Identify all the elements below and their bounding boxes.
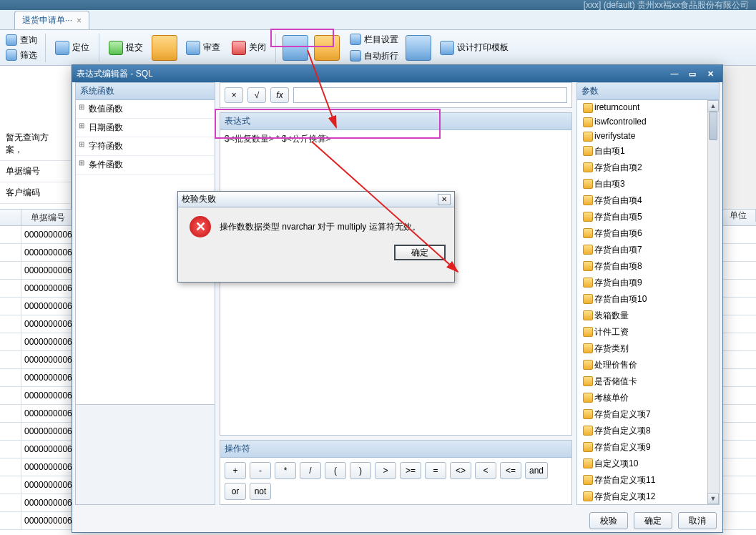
submit-button[interactable]: 提交: [104, 38, 147, 58]
auto-wrap-button[interactable]: 自动折行: [347, 49, 401, 64]
tab-return-request[interactable]: 退货申请单··· ×: [14, 11, 89, 29]
row-selector[interactable]: [0, 280, 21, 297]
param-item[interactable]: 处理价售价: [577, 357, 719, 373]
filter-button[interactable]: 筛选: [3, 48, 40, 63]
cell-billno[interactable]: 0000000006: [21, 226, 75, 243]
param-item[interactable]: 装箱数量: [577, 308, 719, 324]
param-item[interactable]: 存货自定义项9: [577, 439, 719, 456]
cell-billno[interactable]: 0000000006: [21, 405, 75, 422]
cell-billno[interactable]: 0000000006: [21, 512, 75, 529]
operator-button[interactable]: =: [425, 462, 446, 479]
cell-billno[interactable]: 0000000006: [21, 369, 75, 386]
cell-billno[interactable]: 0000000006: [21, 476, 75, 494]
param-item[interactable]: 自由项3: [577, 176, 719, 192]
param-item[interactable]: 自由项1: [577, 143, 719, 159]
grid-header-seq[interactable]: [0, 210, 21, 225]
close-icon[interactable]: ✕: [438, 194, 451, 205]
grid-header-billno[interactable]: 单据编号: [21, 210, 75, 225]
tree-item[interactable]: 数值函数: [76, 100, 215, 119]
error-titlebar[interactable]: 校验失败 ✕: [178, 192, 454, 207]
param-item[interactable]: iverifystate: [577, 129, 719, 143]
operator-button[interactable]: *: [275, 462, 296, 479]
param-item[interactable]: iswfcontrolled: [577, 114, 719, 129]
row-selector[interactable]: [0, 441, 21, 458]
operator-button[interactable]: <>: [450, 462, 471, 479]
params-list[interactable]: ▲ ▼ ireturncountiswfcontrollediverifysta…: [577, 100, 719, 504]
cell-billno[interactable]: 0000000006: [21, 423, 75, 440]
fx-cancel-button[interactable]: ×: [225, 87, 243, 103]
close-icon[interactable]: ×: [77, 16, 82, 26]
param-item[interactable]: 存货自定义项11: [577, 472, 719, 489]
row-selector[interactable]: [0, 226, 21, 243]
cell-billno[interactable]: 0000000006: [21, 315, 75, 333]
row-selector[interactable]: [0, 333, 21, 350]
close-icon[interactable]: ✕: [702, 68, 718, 79]
operator-button[interactable]: ): [350, 462, 371, 479]
param-item[interactable]: ireturncount: [577, 100, 719, 114]
row-selector[interactable]: [0, 405, 21, 422]
cell-billno[interactable]: 0000000006: [21, 244, 75, 261]
row-selector[interactable]: [0, 244, 21, 261]
fx-confirm-button[interactable]: √: [247, 87, 266, 103]
grid-button[interactable]: [404, 34, 433, 62]
operator-button[interactable]: <=: [500, 462, 521, 479]
row-selector[interactable]: [0, 458, 21, 476]
cell-billno[interactable]: 0000000006: [21, 298, 75, 315]
cell-billno[interactable]: 0000000006: [21, 333, 75, 350]
row-selector[interactable]: [0, 387, 21, 404]
cell-billno[interactable]: 0000000006: [21, 387, 75, 404]
review-button[interactable]: 审查: [182, 38, 225, 58]
locate-button[interactable]: 定位: [51, 38, 94, 58]
operator-button[interactable]: -: [250, 462, 271, 479]
design-print-button[interactable]: 设计打印模板: [436, 38, 513, 58]
cancel-button[interactable]: 取消: [678, 512, 717, 529]
tree-item[interactable]: 条件函数: [76, 156, 215, 175]
param-item[interactable]: 存货类别: [577, 340, 719, 357]
row-selector[interactable]: [0, 298, 21, 315]
cell-billno[interactable]: 0000000006: [21, 280, 75, 297]
cell-billno[interactable]: 0000000006: [21, 351, 75, 368]
param-item[interactable]: 存货自定义项12: [577, 489, 719, 504]
param-item[interactable]: 计件工资: [577, 324, 719, 340]
row-selector[interactable]: [0, 423, 21, 440]
row-selector[interactable]: [0, 494, 21, 511]
param-item[interactable]: 存货自由项10: [577, 291, 719, 308]
cell-billno[interactable]: 0000000006: [21, 458, 75, 476]
dialog-titlebar[interactable]: 表达式编辑器 - SQL — ▭ ✕: [72, 65, 722, 82]
cell-billno[interactable]: 0000000006: [21, 262, 75, 279]
operator-button[interactable]: +: [225, 462, 246, 479]
tree-item[interactable]: 日期函数: [76, 119, 215, 137]
operator-button[interactable]: or: [225, 483, 246, 500]
param-item[interactable]: 存货自由项8: [577, 258, 719, 275]
maximize-icon[interactable]: ▭: [684, 68, 700, 79]
ok-button[interactable]: 确定: [634, 512, 672, 529]
param-item[interactable]: 存货自由项4: [577, 192, 719, 209]
minimize-icon[interactable]: —: [667, 68, 682, 79]
grid-header-unit[interactable]: 单位: [720, 210, 756, 222]
operator-button[interactable]: /: [300, 462, 321, 479]
close-button[interactable]: 关闭: [227, 38, 270, 58]
fx-input[interactable]: [293, 87, 567, 103]
param-item[interactable]: 存货自由项2: [577, 159, 719, 176]
operator-button[interactable]: <: [475, 462, 496, 479]
operator-button[interactable]: (: [325, 462, 346, 479]
column-setting-button[interactable]: 栏目设置: [347, 32, 401, 47]
cell-billno[interactable]: 0000000006: [21, 441, 75, 458]
row-selector[interactable]: [0, 369, 21, 386]
validate-button[interactable]: 校验: [589, 512, 628, 529]
review-button-big[interactable]: [150, 34, 179, 62]
tree-item[interactable]: 字符函数: [76, 137, 215, 156]
param-item[interactable]: 存货自由项7: [577, 242, 719, 258]
param-item[interactable]: 存货自定义项7: [577, 406, 719, 423]
param-item[interactable]: 自定义项10: [577, 456, 719, 472]
row-selector[interactable]: [0, 476, 21, 494]
error-ok-button[interactable]: 确定: [394, 245, 446, 260]
operator-button[interactable]: and: [525, 462, 548, 479]
param-item[interactable]: 存货自由项9: [577, 275, 719, 291]
row-selector[interactable]: [0, 351, 21, 368]
row-selector[interactable]: [0, 512, 21, 529]
operator-button[interactable]: >=: [400, 462, 421, 479]
row-selector[interactable]: [0, 315, 21, 333]
row-selector[interactable]: [0, 262, 21, 279]
cell-billno[interactable]: 0000000006: [21, 494, 75, 511]
